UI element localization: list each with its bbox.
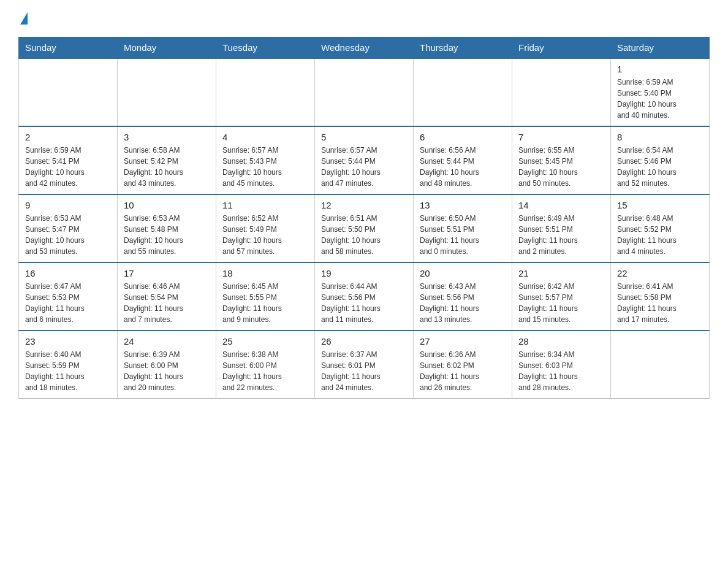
weekday-header-monday: Monday <box>118 37 216 59</box>
day-info: Sunrise: 6:39 AM Sunset: 6:00 PM Dayligh… <box>124 349 210 393</box>
day-info: Sunrise: 6:54 AM Sunset: 5:46 PM Dayligh… <box>617 145 703 189</box>
day-number: 28 <box>518 336 604 347</box>
weekday-header-thursday: Thursday <box>414 37 512 59</box>
calendar-week-row: 16Sunrise: 6:47 AM Sunset: 5:53 PM Dayli… <box>19 262 710 331</box>
day-number: 15 <box>617 200 703 210</box>
calendar-cell: 4Sunrise: 6:57 AM Sunset: 5:43 PM Daylig… <box>216 126 315 194</box>
calendar-cell <box>611 331 710 399</box>
calendar-cell: 3Sunrise: 6:58 AM Sunset: 5:42 PM Daylig… <box>118 126 216 194</box>
calendar-cell: 18Sunrise: 6:45 AM Sunset: 5:55 PM Dayli… <box>216 262 315 331</box>
logo-triangle-icon <box>20 12 28 25</box>
day-info: Sunrise: 6:37 AM Sunset: 6:01 PM Dayligh… <box>321 349 407 393</box>
calendar-cell <box>19 58 118 126</box>
day-info: Sunrise: 6:55 AM Sunset: 5:45 PM Dayligh… <box>518 145 604 189</box>
weekday-header-friday: Friday <box>512 37 611 59</box>
day-info: Sunrise: 6:58 AM Sunset: 5:42 PM Dayligh… <box>124 145 210 189</box>
calendar-cell: 12Sunrise: 6:51 AM Sunset: 5:50 PM Dayli… <box>315 194 414 262</box>
day-info: Sunrise: 6:49 AM Sunset: 5:51 PM Dayligh… <box>518 213 604 257</box>
day-info: Sunrise: 6:53 AM Sunset: 5:47 PM Dayligh… <box>25 213 111 257</box>
calendar-cell: 27Sunrise: 6:36 AM Sunset: 6:02 PM Dayli… <box>414 331 512 399</box>
day-info: Sunrise: 6:46 AM Sunset: 5:54 PM Dayligh… <box>124 281 210 325</box>
calendar-table: SundayMondayTuesdayWednesdayThursdayFrid… <box>18 37 710 399</box>
day-info: Sunrise: 6:38 AM Sunset: 6:00 PM Dayligh… <box>222 349 308 393</box>
calendar-cell: 26Sunrise: 6:37 AM Sunset: 6:01 PM Dayli… <box>315 331 414 399</box>
day-number: 25 <box>222 336 308 347</box>
day-number: 9 <box>25 200 111 210</box>
day-number: 1 <box>617 64 703 74</box>
day-number: 23 <box>25 336 111 347</box>
day-number: 27 <box>420 336 506 347</box>
calendar-cell: 20Sunrise: 6:43 AM Sunset: 5:56 PM Dayli… <box>414 262 512 331</box>
day-number: 24 <box>124 336 210 347</box>
calendar-cell: 8Sunrise: 6:54 AM Sunset: 5:46 PM Daylig… <box>611 126 710 194</box>
day-info: Sunrise: 6:42 AM Sunset: 5:57 PM Dayligh… <box>518 281 604 325</box>
calendar-cell <box>216 58 315 126</box>
day-info: Sunrise: 6:52 AM Sunset: 5:49 PM Dayligh… <box>222 213 308 257</box>
calendar-cell <box>315 58 414 126</box>
day-number: 22 <box>617 268 703 278</box>
calendar-cell: 13Sunrise: 6:50 AM Sunset: 5:51 PM Dayli… <box>414 194 512 262</box>
calendar-cell: 5Sunrise: 6:57 AM Sunset: 5:44 PM Daylig… <box>315 126 414 194</box>
day-number: 4 <box>222 132 308 142</box>
page-header <box>18 12 710 25</box>
day-info: Sunrise: 6:59 AM Sunset: 5:41 PM Dayligh… <box>25 145 111 189</box>
calendar-week-row: 23Sunrise: 6:40 AM Sunset: 5:59 PM Dayli… <box>19 331 710 399</box>
day-number: 19 <box>321 268 407 278</box>
day-info: Sunrise: 6:48 AM Sunset: 5:52 PM Dayligh… <box>617 213 703 257</box>
day-number: 2 <box>25 132 111 142</box>
calendar-week-row: 2Sunrise: 6:59 AM Sunset: 5:41 PM Daylig… <box>19 126 710 194</box>
calendar-cell: 17Sunrise: 6:46 AM Sunset: 5:54 PM Dayli… <box>118 262 216 331</box>
day-info: Sunrise: 6:59 AM Sunset: 5:40 PM Dayligh… <box>617 77 703 121</box>
calendar-week-row: 9Sunrise: 6:53 AM Sunset: 5:47 PM Daylig… <box>19 194 710 262</box>
calendar-cell: 10Sunrise: 6:53 AM Sunset: 5:48 PM Dayli… <box>118 194 216 262</box>
day-info: Sunrise: 6:50 AM Sunset: 5:51 PM Dayligh… <box>420 213 506 257</box>
day-number: 18 <box>222 268 308 278</box>
day-info: Sunrise: 6:51 AM Sunset: 5:50 PM Dayligh… <box>321 213 407 257</box>
weekday-header-row: SundayMondayTuesdayWednesdayThursdayFrid… <box>19 37 710 59</box>
day-info: Sunrise: 6:47 AM Sunset: 5:53 PM Dayligh… <box>25 281 111 325</box>
day-info: Sunrise: 6:53 AM Sunset: 5:48 PM Dayligh… <box>124 213 210 257</box>
calendar-cell: 28Sunrise: 6:34 AM Sunset: 6:03 PM Dayli… <box>512 331 611 399</box>
day-info: Sunrise: 6:56 AM Sunset: 5:44 PM Dayligh… <box>420 145 506 189</box>
calendar-cell: 14Sunrise: 6:49 AM Sunset: 5:51 PM Dayli… <box>512 194 611 262</box>
day-number: 6 <box>420 132 506 142</box>
day-info: Sunrise: 6:45 AM Sunset: 5:55 PM Dayligh… <box>222 281 308 325</box>
day-number: 5 <box>321 132 407 142</box>
calendar-cell: 25Sunrise: 6:38 AM Sunset: 6:00 PM Dayli… <box>216 331 315 399</box>
day-info: Sunrise: 6:36 AM Sunset: 6:02 PM Dayligh… <box>420 349 506 393</box>
day-info: Sunrise: 6:57 AM Sunset: 5:44 PM Dayligh… <box>321 145 407 189</box>
day-number: 3 <box>124 132 210 142</box>
day-number: 10 <box>124 200 210 210</box>
logo <box>18 12 28 25</box>
calendar-cell: 6Sunrise: 6:56 AM Sunset: 5:44 PM Daylig… <box>414 126 512 194</box>
calendar-week-row: 1Sunrise: 6:59 AM Sunset: 5:40 PM Daylig… <box>19 58 710 126</box>
calendar-cell: 11Sunrise: 6:52 AM Sunset: 5:49 PM Dayli… <box>216 194 315 262</box>
calendar-cell: 16Sunrise: 6:47 AM Sunset: 5:53 PM Dayli… <box>19 262 118 331</box>
day-number: 26 <box>321 336 407 347</box>
calendar-cell <box>118 58 216 126</box>
calendar-cell: 22Sunrise: 6:41 AM Sunset: 5:58 PM Dayli… <box>611 262 710 331</box>
calendar-cell: 24Sunrise: 6:39 AM Sunset: 6:00 PM Dayli… <box>118 331 216 399</box>
weekday-header-tuesday: Tuesday <box>216 37 315 59</box>
weekday-header-wednesday: Wednesday <box>315 37 414 59</box>
day-number: 17 <box>124 268 210 278</box>
day-number: 13 <box>420 200 506 210</box>
calendar-cell: 2Sunrise: 6:59 AM Sunset: 5:41 PM Daylig… <box>19 126 118 194</box>
day-number: 21 <box>518 268 604 278</box>
day-number: 7 <box>518 132 604 142</box>
calendar-cell: 23Sunrise: 6:40 AM Sunset: 5:59 PM Dayli… <box>19 331 118 399</box>
day-number: 8 <box>617 132 703 142</box>
calendar-cell: 15Sunrise: 6:48 AM Sunset: 5:52 PM Dayli… <box>611 194 710 262</box>
day-number: 20 <box>420 268 506 278</box>
calendar-cell <box>512 58 611 126</box>
day-number: 14 <box>518 200 604 210</box>
day-number: 12 <box>321 200 407 210</box>
calendar-cell: 21Sunrise: 6:42 AM Sunset: 5:57 PM Dayli… <box>512 262 611 331</box>
weekday-header-sunday: Sunday <box>19 37 118 59</box>
day-info: Sunrise: 6:43 AM Sunset: 5:56 PM Dayligh… <box>420 281 506 325</box>
day-info: Sunrise: 6:41 AM Sunset: 5:58 PM Dayligh… <box>617 281 703 325</box>
calendar-cell: 1Sunrise: 6:59 AM Sunset: 5:40 PM Daylig… <box>611 58 710 126</box>
calendar-cell: 19Sunrise: 6:44 AM Sunset: 5:56 PM Dayli… <box>315 262 414 331</box>
calendar-cell <box>414 58 512 126</box>
day-info: Sunrise: 6:34 AM Sunset: 6:03 PM Dayligh… <box>518 349 604 393</box>
